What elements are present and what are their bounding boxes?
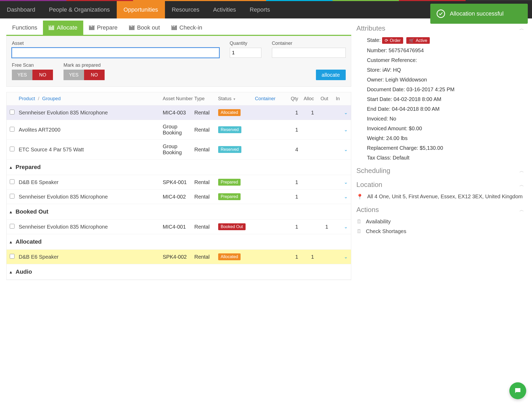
status-badge: Prepared	[218, 193, 241, 200]
allocate-button[interactable]: allocate	[316, 70, 346, 80]
location-panel-header[interactable]: Location ︿	[357, 181, 524, 189]
row-asset: SPK4-002	[163, 254, 194, 260]
sort-caret-icon: ▼	[233, 97, 236, 101]
header-asset[interactable]: Asset Number	[163, 96, 194, 102]
tab-bookout[interactable]: Book out	[123, 21, 166, 35]
row-qty: 1	[284, 194, 298, 200]
header-alloc[interactable]: Alloc	[298, 96, 314, 102]
row-product: D&B E6 Speaker	[19, 254, 163, 260]
status-badge: Reserved	[218, 146, 241, 153]
row-asset: Group Booking	[163, 124, 194, 136]
chevron-down-icon[interactable]: ⌄	[340, 254, 348, 260]
chevron-down-icon[interactable]: ⌄	[340, 224, 348, 230]
chevron-up-icon: ︿	[519, 182, 524, 188]
header-status[interactable]: Status ▼	[218, 96, 255, 102]
row-asset: MIC4-002	[163, 194, 194, 200]
container-label: Container	[272, 41, 346, 46]
status-badge: Allocated	[218, 109, 241, 116]
nav-opportunities[interactable]: Opportunities	[117, 1, 165, 18]
calendar-icon: 🗓	[357, 219, 362, 225]
nav-resources[interactable]: Resources	[165, 1, 206, 18]
section-booked-out[interactable]: ▴Booked Out	[7, 204, 351, 220]
status-badge: Prepared	[218, 179, 241, 186]
row-type: Rental	[194, 147, 218, 153]
markprep-toggle[interactable]: YES NO	[64, 70, 105, 80]
nav-activities[interactable]: Activities	[206, 1, 243, 18]
header-in[interactable]: In	[328, 96, 340, 102]
section-allocated[interactable]: ▴Allocated	[7, 234, 351, 250]
row-checkbox[interactable]	[10, 254, 14, 259]
chevron-up-icon: ▴	[10, 239, 12, 244]
table-row[interactable]: D&B E6 SpeakerSPK4-001RentalPrepared1⌄	[7, 175, 351, 190]
action-availability[interactable]: 🗓Availability	[357, 219, 524, 225]
markprep-yes[interactable]: YES	[64, 70, 84, 80]
table-row[interactable]: Sennheiser Evolution 835 MicrophoneMIC4-…	[7, 190, 351, 204]
tab-allocate[interactable]: Allocate	[43, 21, 83, 35]
container-input[interactable]	[272, 48, 346, 58]
actions-panel-header[interactable]: Actions ︿	[357, 206, 524, 214]
attributes-panel-header[interactable]: Attributes ︿	[357, 24, 524, 32]
quantity-input[interactable]	[230, 48, 261, 58]
row-checkbox[interactable]	[10, 147, 14, 151]
row-alloc: 1	[298, 110, 314, 116]
markprep-no[interactable]: NO	[84, 70, 105, 80]
chevron-down-icon[interactable]: ⌄	[340, 179, 348, 185]
tab-checkin[interactable]: Check-in	[166, 21, 208, 35]
barcode-icon	[89, 25, 94, 30]
scheduling-panel-header[interactable]: Scheduling ︿	[357, 167, 524, 175]
row-qty: 4	[284, 147, 298, 153]
table-row[interactable]: Avolites ART2000Group BookingRentalReser…	[7, 120, 351, 140]
nav-people-organizations[interactable]: People & Organizations	[42, 1, 117, 18]
table-row[interactable]: Sennheiser Evolution 835 MicrophoneMIC4-…	[7, 105, 351, 120]
header-container[interactable]: Container	[255, 96, 284, 102]
section-audio[interactable]: ▴Audio	[7, 264, 351, 280]
table-row[interactable]: D&B E6 SpeakerSPK4-002RentalAllocated11⌄	[7, 250, 351, 264]
row-type: Rental	[194, 224, 218, 230]
attribute-item: End Date: 04-04-2018 8:00 AM	[367, 106, 524, 112]
detail-tabs: Functions Allocate Prepare Book out Chec…	[6, 21, 351, 36]
nav-reports[interactable]: Reports	[243, 1, 277, 18]
row-asset: Group Booking	[163, 143, 194, 156]
chevron-down-icon[interactable]: ⌄	[340, 127, 348, 133]
freescan-no[interactable]: NO	[32, 70, 53, 80]
chevron-down-icon[interactable]: ⌄	[340, 147, 348, 152]
chevron-down-icon[interactable]: ⌄	[340, 110, 348, 115]
row-qty: 1	[284, 110, 298, 116]
row-checkbox[interactable]	[10, 224, 14, 229]
row-product: Sennheiser Evolution 835 Microphone	[19, 194, 163, 200]
barcode-icon	[172, 25, 177, 30]
toast-success: Allocation successful	[430, 4, 528, 24]
freescan-toggle[interactable]: YES NO	[12, 70, 53, 80]
toast-text: Allocation successful	[450, 10, 504, 17]
badge-order: ⟳ Order	[382, 37, 403, 44]
row-checkbox[interactable]	[10, 127, 14, 132]
row-qty: 1	[284, 254, 298, 260]
nav-dashboard[interactable]: Dashboard	[0, 1, 42, 18]
row-checkbox[interactable]	[10, 194, 14, 199]
asset-input[interactable]	[12, 48, 219, 58]
header-type[interactable]: Type	[194, 96, 218, 102]
tab-functions[interactable]: Functions	[6, 21, 43, 35]
row-out: 1	[314, 224, 328, 230]
calendar-icon: 🗓	[357, 228, 362, 234]
attributes-list: State: ⟳ Order 🛒 Active Number: 56757647…	[357, 37, 524, 161]
row-product: D&B E6 Speaker	[19, 179, 163, 185]
table-row[interactable]: Sennheiser Evolution 835 MicrophoneMIC4-…	[7, 220, 351, 234]
section-prepared[interactable]: ▴Prepared	[7, 160, 351, 175]
row-type: Rental	[194, 254, 218, 260]
attribute-item: Invoiced: No	[367, 116, 524, 122]
freescan-yes[interactable]: YES	[12, 70, 32, 80]
row-product: Avolites ART2000	[19, 127, 163, 133]
tab-prepare[interactable]: Prepare	[83, 21, 123, 35]
header-grouped[interactable]: Grouped	[42, 96, 61, 101]
table-row[interactable]: ETC Source 4 Par 575 WattGroup BookingRe…	[7, 140, 351, 160]
header-out[interactable]: Out	[314, 96, 328, 102]
chevron-down-icon[interactable]: ⌄	[340, 194, 348, 200]
check-icon	[437, 9, 445, 18]
action-check-shortages[interactable]: 🗓Check Shortages	[357, 228, 524, 234]
row-checkbox[interactable]	[10, 110, 14, 114]
header-qty[interactable]: Qty	[284, 96, 298, 102]
header-product[interactable]: Product	[19, 96, 35, 101]
attribute-item: Weight: 24.00 lbs	[367, 135, 524, 141]
row-checkbox[interactable]	[10, 179, 14, 184]
